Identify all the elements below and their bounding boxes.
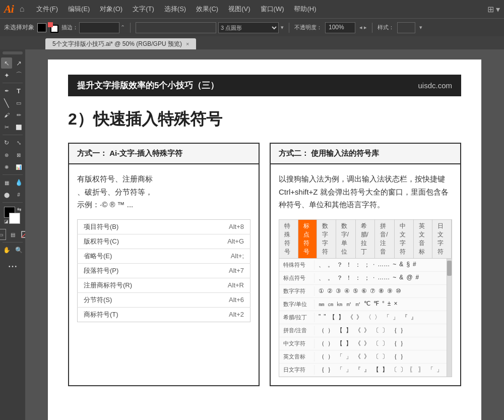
sym-char[interactable]: …… [377,274,390,282]
sym-char[interactable]: ⑥ [361,287,367,294]
document-tab[interactable]: 5个文字排版小技巧.ai* @ 50% (RGB/GPU 预览) × [45,38,196,49]
rotate-tool[interactable]: ↻ [1,137,12,148]
sym-char[interactable]: ｛ [391,326,397,335]
sym-char[interactable]: & [399,261,403,269]
type-tool[interactable]: T [13,85,24,96]
sym-char[interactable]: 〈 [365,313,371,322]
menu-select[interactable]: 选择(S) [160,4,190,15]
sym-char[interactable]: 』 [411,313,417,322]
gradient-tool[interactable]: ▦ [1,177,12,188]
sym-char[interactable]: ④ [344,287,350,294]
sym-char[interactable]: 、 [319,274,325,282]
scale-tool[interactable]: ⤡ [13,137,24,148]
sym-char[interactable]: （ [319,326,325,335]
sym-char[interactable]: 『 [355,366,361,374]
sym-cat-拼音/注音[interactable]: 拼音/注音 [375,220,395,258]
sym-char[interactable]: 、 [319,261,325,269]
menu-text[interactable]: 文字(T) [129,4,158,15]
sym-cat-希腊/拉丁[interactable]: 希腊/拉丁 [356,220,375,258]
sym-char[interactable]: ） [328,352,334,361]
eyedropper-tool[interactable]: 💧 [13,177,24,188]
chart-tool[interactable]: 📊 [13,161,24,172]
sym-char[interactable]: 》 [364,326,370,335]
sym-char[interactable]: " [324,313,326,322]
sym-char[interactable]: 「 [337,366,343,374]
sym-char[interactable]: ° [382,300,385,309]
gradient-mode-btn[interactable]: ▤ [7,229,18,240]
sym-char[interactable]: 「 [337,352,343,361]
point-select[interactable]: 3 点圆形 [218,22,279,33]
sym-char[interactable]: ） [328,326,334,335]
sym-char[interactable]: 」 [436,366,443,374]
sym-char[interactable]: 《 [347,313,353,322]
sym-char[interactable]: ~ [393,274,396,282]
sym-char[interactable]: 〉 [374,313,381,322]
sym-char[interactable]: 〖 [409,366,415,374]
brush-arrow[interactable]: ▾ [281,24,284,31]
table-row[interactable]: 注册商标符号(R)Alt+R [78,278,250,292]
sym-char[interactable]: ① [319,287,324,294]
sym-char[interactable]: ⑨ [387,287,393,294]
table-row[interactable]: 版权符号(C)Alt+G [78,234,250,249]
blend-tool[interactable]: ⬤ [1,189,12,200]
sym-char[interactable]: 【 [373,366,379,374]
sym-char[interactable]: 〔 [373,339,379,348]
sym-char[interactable]: 】 [382,366,388,374]
table-row[interactable]: 项目符号(B)Alt+8 [78,219,250,234]
sym-char[interactable]: @ [406,274,412,282]
pencil-tool[interactable]: ✏ [13,109,24,121]
sym-char[interactable]: ⑦ [370,287,375,294]
menu-window[interactable]: 窗口(W) [257,4,288,15]
sym-char[interactable]: 】 [346,326,352,335]
sym-char[interactable]: 」 [393,313,399,322]
sym-char[interactable]: ？ [337,261,343,269]
sym-char[interactable]: ： [355,261,361,269]
sym-char[interactable]: ⑤ [353,287,358,294]
sym-char[interactable]: 「 [384,313,390,322]
sym-char[interactable]: ㎝ [328,300,334,309]
sym-cat-英文音标[interactable]: 英文音标 [414,220,433,258]
stroke-input[interactable] [79,22,119,33]
reset-colors-icon[interactable]: ◪ [4,219,9,224]
sym-char[interactable]: 。 [328,261,334,269]
style-arrow[interactable]: ▾ [419,24,422,31]
paintbrush-tool[interactable]: 🖌 [1,109,12,121]
sym-char[interactable]: ⑩ [396,287,401,294]
sym-char[interactable]: # [413,261,416,269]
sym-char[interactable]: · [373,261,374,269]
style-box[interactable] [397,22,415,33]
sym-char[interactable]: 「 [427,366,433,374]
sym-char[interactable]: ℃ [364,300,370,309]
background-color[interactable] [9,213,20,224]
sym-char[interactable]: " [319,313,321,322]
sym-char[interactable]: 〔 [373,352,379,361]
sym-char[interactable]: · [373,274,374,282]
sym-char[interactable]: 《 [355,326,361,335]
sym-char[interactable]: ； [364,274,370,282]
sym-char[interactable]: 《 [355,352,361,361]
sym-char[interactable]: ② [327,287,333,294]
table-row[interactable]: 商标符号(T)Alt+2 [78,307,250,322]
sym-char[interactable]: （ [319,352,325,361]
sym-char[interactable]: 〕 [382,352,388,361]
sym-char[interactable]: ｝ [400,352,406,361]
mesh-tool[interactable]: # [13,189,24,200]
brush-input[interactable] [136,22,216,33]
sym-char[interactable]: …… [377,261,390,269]
menu-help[interactable]: 帮助(H) [290,4,320,15]
warp-tool[interactable]: ⊛ [1,149,12,160]
pen-tool[interactable]: ✒ [1,85,12,96]
sym-char[interactable]: ｛ [319,366,325,374]
sym-char[interactable]: ℉ [373,300,379,309]
sym-char[interactable]: ｝ [400,326,406,335]
zoom-tool[interactable]: 🔍 [13,245,24,256]
sym-char[interactable]: ⑧ [379,287,384,294]
fill-mode-btn[interactable]: ▭ [0,229,6,240]
sym-char[interactable]: ③ [336,287,341,294]
sym-char[interactable]: 」 [346,366,352,374]
sym-char[interactable]: 【 [337,339,343,348]
sym-cat-数字/单位[interactable]: 数字/单位 [336,220,356,258]
sym-char[interactable]: 」 [346,352,352,361]
magic-wand-tool[interactable]: ✦ [1,70,12,81]
sym-char[interactable]: ： [355,274,361,282]
